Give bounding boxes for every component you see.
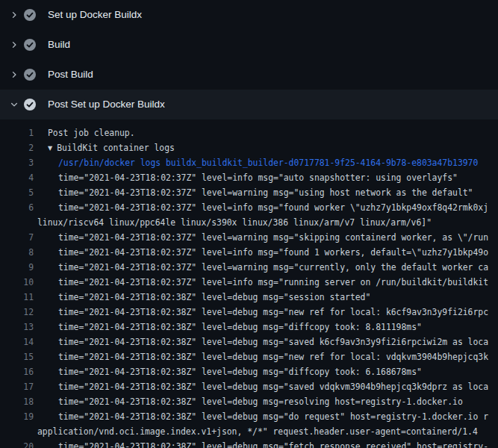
log-line: 16time="2021-04-23T18:02:38Z" level=debu… [0,364,498,379]
log-line-number[interactable]: 6 [0,200,34,215]
log-line: 3/usr/bin/docker logs buildx_buildkit_bu… [0,155,498,170]
log-text: time="2021-04-23T18:02:37Z" level=info m… [37,170,458,185]
log-text: time="2021-04-23T18:02:38Z" level=debug … [37,439,488,448]
log-line-number[interactable]: 9 [0,260,34,275]
steps-list: Set up Docker Buildx Build Post Build Po… [0,0,498,119]
log-text: time="2021-04-23T18:02:38Z" level=debug … [37,364,422,379]
log-line: 17time="2021-04-23T18:02:38Z" level=debu… [0,379,498,394]
step-label: Build [48,30,70,60]
chevron-right-icon [9,69,19,80]
log-line-number [0,215,34,230]
log-line: 7time="2021-04-23T18:02:37Z" level=warni… [0,230,498,245]
log-line-number[interactable]: 11 [0,290,34,305]
log-line: 11time="2021-04-23T18:02:38Z" level=debu… [0,290,498,305]
log-line: 19time="2021-04-23T18:02:38Z" level=debu… [0,409,498,424]
log-text: Post job cleanup. [37,125,135,140]
log-line: 6time="2021-04-23T18:02:37Z" level=info … [0,200,498,215]
log-line-continuation: linux/riscv64 linux/ppc64le linux/s390x … [0,215,498,230]
log-line-number[interactable]: 8 [0,245,34,260]
log-line-number[interactable]: 12 [0,305,34,320]
log-line-continuation: application/vnd.oci.image.index.v1+json,… [0,424,498,439]
log-text: time="2021-04-23T18:02:37Z" level=warnin… [37,185,473,200]
log-line-number[interactable]: 16 [0,364,34,379]
group-expanded-triangle-icon: ▼ [48,145,52,152]
log-text: time="2021-04-23T18:02:37Z" level=info m… [37,245,488,260]
log-line: 2▼BuildKit container logs [0,140,498,155]
log-line: 15time="2021-04-23T18:02:38Z" level=debu… [0,349,498,364]
step-label: Post Build [48,60,93,90]
step-header-post-build[interactable]: Post Build [0,60,498,90]
log-text: linux/riscv64 linux/ppc64le linux/s390x … [37,215,432,230]
log-line-number[interactable]: 13 [0,320,34,335]
log-line-number[interactable]: 2 [0,140,34,155]
step-header-build[interactable]: Build [0,30,498,60]
log-line: 12time="2021-04-23T18:02:38Z" level=debu… [0,305,498,320]
log-line-number [0,424,34,439]
log-line: 5time="2021-04-23T18:02:37Z" level=warni… [0,185,498,200]
log-text: time="2021-04-23T18:02:37Z" level=info m… [37,275,488,290]
log-line-number[interactable]: 18 [0,394,34,409]
log-line: 1Post job cleanup. [0,125,498,140]
log-text: time="2021-04-23T18:02:37Z" level=info m… [37,200,488,215]
log-line-number[interactable]: 10 [0,275,34,290]
log-line: 14time="2021-04-23T18:02:38Z" level=debu… [0,335,498,349]
step-header-post-set-up-docker-buildx[interactable]: Post Set up Docker Buildx [0,90,498,119]
log-line: 20time="2021-04-23T18:02:38Z" level=debu… [0,439,498,448]
log-line-number[interactable]: 5 [0,185,34,200]
log-line-number[interactable]: 3 [0,155,34,170]
step-header-set-up-docker-buildx[interactable]: Set up Docker Buildx [0,0,498,30]
log-line-number[interactable]: 14 [0,335,34,349]
log-line-number[interactable]: 15 [0,349,34,364]
log-text: time="2021-04-23T18:02:37Z" level=warnin… [37,230,488,245]
log-text: time="2021-04-23T18:02:38Z" level=debug … [37,394,463,409]
log-command-text: /usr/bin/docker logs buildx_buildkit_bui… [37,155,478,170]
log-text: time="2021-04-23T18:02:38Z" level=debug … [37,290,370,305]
log-line-number[interactable]: 4 [0,170,34,185]
check-circle-icon [24,39,36,51]
log-text: time="2021-04-23T18:02:37Z" level=warnin… [37,260,488,275]
chevron-right-icon [9,40,19,50]
log-text[interactable]: ▼BuildKit container logs [37,140,175,155]
log-text: time="2021-04-23T18:02:38Z" level=debug … [37,379,488,394]
log-line: 10time="2021-04-23T18:02:37Z" level=info… [0,275,498,290]
log-line: 18time="2021-04-23T18:02:38Z" level=debu… [0,394,498,409]
log-line: 4time="2021-04-23T18:02:37Z" level=info … [0,170,498,185]
log-line-number[interactable]: 17 [0,379,34,394]
log-text: time="2021-04-23T18:02:38Z" level=debug … [37,349,488,364]
log-text: application/vnd.oci.image.index.v1+json,… [37,424,478,439]
log-line-number[interactable]: 1 [0,125,34,140]
log-line-number[interactable]: 20 [0,439,34,448]
log-line-number[interactable]: 19 [0,409,34,424]
check-circle-icon [24,69,36,81]
log-text: time="2021-04-23T18:02:38Z" level=debug … [37,409,488,424]
log-text: time="2021-04-23T18:02:38Z" level=debug … [37,335,488,349]
log-line: 9time="2021-04-23T18:02:37Z" level=warni… [0,260,498,275]
log-line-number[interactable]: 7 [0,230,34,245]
check-circle-icon [24,9,36,21]
step-label: Set up Docker Buildx [48,0,142,30]
log-text: time="2021-04-23T18:02:38Z" level=debug … [37,305,488,320]
chevron-down-icon [9,99,19,110]
step-label: Post Set up Docker Buildx [48,90,165,119]
log-text: time="2021-04-23T18:02:38Z" level=debug … [37,320,422,335]
log-line: 8time="2021-04-23T18:02:37Z" level=info … [0,245,498,260]
check-circle-icon [24,99,36,111]
chevron-right-icon [9,10,19,20]
log-area: 1Post job cleanup.2▼BuildKit container l… [0,119,498,448]
log-line: 13time="2021-04-23T18:02:38Z" level=debu… [0,320,498,335]
